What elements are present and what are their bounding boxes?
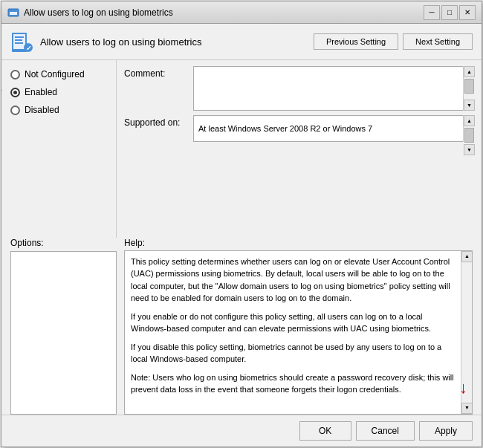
supported-value-display: At least Windows Server 2008 R2 or Windo… [193, 115, 474, 142]
disabled-radio[interactable] [10, 105, 20, 115]
title-bar-buttons: ─ □ ✕ [424, 5, 476, 20]
disabled-label: Disabled [25, 105, 59, 115]
enabled-radio[interactable] [10, 88, 20, 97]
main-area: Not Configured Enabled ↑ Disabled ↑ Com [1, 60, 482, 238]
not-configured-radio[interactable] [10, 70, 20, 79]
help-para-2: If you enable or do not configure this p… [131, 311, 456, 335]
not-configured-label: Not Configured [25, 69, 85, 79]
supported-scroll-track [464, 126, 474, 144]
options-box [10, 251, 117, 415]
help-para-3: If you disable this policy setting, biom… [131, 341, 456, 366]
supported-scroll-thumb [464, 128, 474, 143]
comment-scroll-up[interactable]: ▲ [464, 66, 475, 77]
comment-scrollbar[interactable]: ▲ ▼ [463, 66, 474, 111]
supported-scroll-up[interactable]: ▲ [464, 115, 475, 126]
disabled-option[interactable]: Disabled ↑ [10, 103, 107, 117]
enabled-arrow: ↑ [1, 84, 4, 100]
apply-button[interactable]: Apply [419, 421, 473, 441]
options-label: Options: [10, 238, 117, 248]
enabled-label: Enabled [25, 87, 57, 97]
options-section: Options: [1, 238, 117, 415]
comment-scroll-track [464, 77, 474, 100]
policy-icon: ✓ [10, 30, 34, 53]
minimize-button[interactable]: ─ [424, 5, 440, 20]
comment-row: Comment: ▲ ▼ [124, 66, 474, 111]
ok-button[interactable]: OK [299, 421, 351, 441]
dialog-window: Allow users to log on using biometrics ─… [1, 1, 482, 447]
left-panel: Not Configured Enabled ↑ Disabled ↑ [1, 60, 117, 238]
right-panel: Comment: ▲ ▼ Supported on: At least [117, 60, 482, 238]
maximize-button[interactable]: □ [441, 5, 458, 20]
comment-scroll-thumb [464, 79, 474, 94]
comment-label: Comment: [124, 66, 187, 79]
bottom-buttons: OK Cancel Apply [1, 415, 482, 447]
supported-label: Supported on: [124, 115, 187, 128]
supported-scroll-down[interactable]: ▼ [464, 144, 475, 155]
help-scroll-up[interactable]: ▲ [461, 251, 473, 262]
enabled-radio-dot [13, 91, 17, 94]
enabled-option[interactable]: Enabled ↑ [10, 85, 107, 99]
title-bar-text: Allow users to log on using biometrics [24, 7, 424, 18]
title-bar: Allow users to log on using biometrics ─… [1, 1, 482, 24]
help-text-content: This policy setting determines whether u… [131, 256, 466, 396]
comment-scroll-down[interactable]: ▼ [464, 100, 475, 111]
supported-row: Supported on: At least Windows Server 20… [124, 115, 474, 142]
help-label: Help: [124, 238, 473, 248]
header-nav-buttons: Previous Setting Next Setting [314, 33, 473, 50]
previous-setting-button[interactable]: Previous Setting [314, 33, 398, 50]
supported-scrollbar[interactable]: ▲ ▼ [463, 115, 474, 142]
help-box: This policy setting determines whether u… [124, 250, 473, 415]
svg-rect-2 [10, 10, 17, 12]
svg-rect-7 [15, 42, 23, 44]
help-para-4: Note: Users who log on using biometrics … [131, 371, 456, 396]
svg-rect-6 [15, 39, 22, 41]
window-icon [7, 7, 19, 19]
help-para-1: This policy setting determines whether u… [131, 256, 456, 305]
help-scrollbar[interactable]: ▲ ▼ ↓ [461, 251, 472, 415]
help-scroll-down[interactable]: ▼ ↓ [461, 403, 473, 414]
cancel-button[interactable]: Cancel [356, 421, 415, 441]
help-section: Help: This policy setting determines whe… [117, 238, 473, 415]
close-button[interactable]: ✕ [459, 5, 476, 20]
header-section: ✓ Allow users to log on using biometrics… [1, 24, 482, 60]
not-configured-option[interactable]: Not Configured [10, 68, 107, 81]
next-setting-button[interactable]: Next Setting [403, 33, 473, 50]
disabled-arrow: ↑ [1, 103, 3, 117]
two-col-section: Options: Help: This policy setting deter… [1, 238, 482, 415]
comment-textarea[interactable] [193, 66, 474, 111]
svg-text:✓: ✓ [26, 45, 32, 52]
header-title: Allow users to log on using biometrics [40, 36, 308, 48]
help-scroll-track [461, 262, 472, 403]
svg-rect-5 [15, 36, 24, 38]
